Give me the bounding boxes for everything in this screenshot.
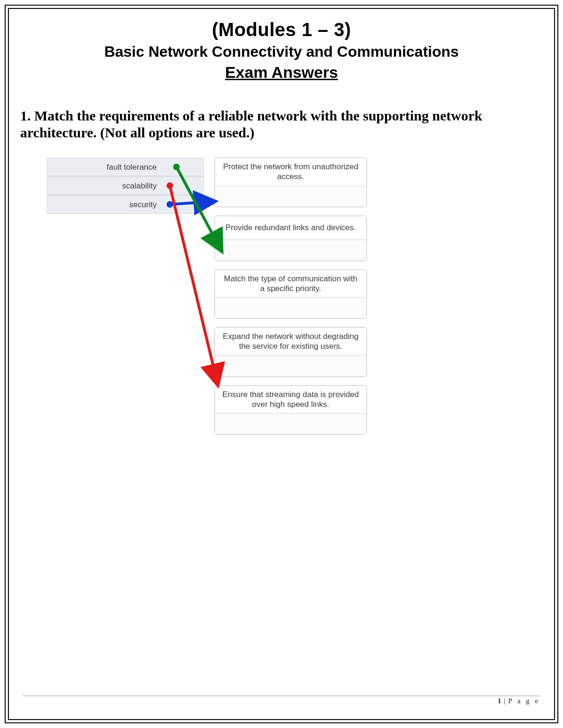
page-footer: 1|P a g e bbox=[23, 696, 540, 705]
drop-zone[interactable] bbox=[215, 355, 366, 376]
left-item-label: fault tolerance bbox=[107, 163, 157, 172]
target-label: Match the type of communication with a s… bbox=[215, 270, 366, 298]
target-box[interactable]: Protect the network from unauthorized ac… bbox=[214, 158, 367, 207]
right-targets-column: Protect the network from unauthorized ac… bbox=[214, 158, 367, 443]
target-box[interactable]: Provide redundant links and devices. bbox=[214, 216, 367, 261]
drop-zone[interactable] bbox=[215, 297, 366, 318]
left-item-security[interactable]: security bbox=[47, 195, 204, 214]
target-box[interactable]: Ensure that streaming data is provided o… bbox=[214, 385, 367, 435]
left-item-fault-tolerance[interactable]: fault tolerance bbox=[47, 158, 204, 176]
matching-diagram: fault tolerance scalability security Pro… bbox=[47, 158, 516, 518]
target-box[interactable]: Match the type of communication with a s… bbox=[214, 270, 367, 319]
target-label: Ensure that streaming data is provided o… bbox=[215, 386, 366, 413]
page-number: 1 bbox=[498, 697, 502, 705]
title-modules: (Modules 1 – 3) bbox=[18, 19, 545, 40]
left-item-scalability[interactable]: scalability bbox=[47, 176, 204, 195]
drop-zone[interactable] bbox=[215, 413, 366, 434]
target-label: Protect the network from unauthorized ac… bbox=[215, 158, 366, 186]
left-item-label: security bbox=[129, 200, 157, 209]
page-frame: (Modules 1 – 3) Basic Network Connectivi… bbox=[8, 8, 555, 720]
arrow-scalability bbox=[170, 186, 217, 383]
left-item-label: scalability bbox=[122, 181, 157, 190]
title-block: (Modules 1 – 3) Basic Network Connectivi… bbox=[18, 19, 545, 82]
title-course: Basic Network Connectivity and Communica… bbox=[18, 43, 545, 60]
drop-zone[interactable] bbox=[215, 240, 366, 261]
page-label: P a g e bbox=[508, 697, 540, 705]
question-text: 1. Match the requirements of a reliable … bbox=[18, 107, 545, 141]
left-options-column: fault tolerance scalability security bbox=[47, 158, 204, 214]
target-label: Provide redundant links and devices. bbox=[215, 216, 366, 240]
title-exam-answers: Exam Answers bbox=[225, 63, 338, 82]
drop-zone[interactable] bbox=[215, 186, 366, 207]
target-label: Expand the network without degrading the… bbox=[215, 328, 366, 355]
target-box[interactable]: Expand the network without degrading the… bbox=[214, 327, 367, 377]
